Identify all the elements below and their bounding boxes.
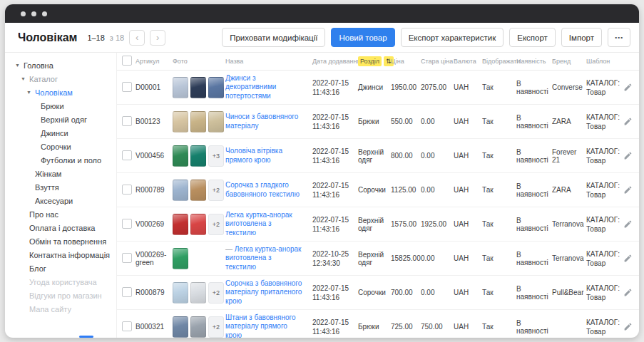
product-photos: +2 <box>173 180 221 201</box>
product-photos: +2 <box>173 316 221 338</box>
edit-pencil-icon[interactable] <box>623 288 633 297</box>
more-photos-badge[interactable]: +3 <box>208 145 224 167</box>
column-header-category[interactable]: Розділ⇅ <box>358 58 391 65</box>
sidebar-item[interactable]: ▼Головна <box>15 58 116 72</box>
row-checkbox[interactable] <box>122 185 132 195</box>
more-actions-button[interactable]: ⋯ <box>608 28 630 47</box>
column-header-sku[interactable]: Артикул <box>136 58 173 65</box>
prev-page-button[interactable]: ‹ <box>129 30 145 46</box>
column-header-price[interactable]: Ціна <box>391 58 421 65</box>
sidebar-item[interactable]: Про нас <box>15 207 116 221</box>
caret-down-icon[interactable]: ▼ <box>15 63 21 68</box>
row-checkbox[interactable] <box>122 116 132 126</box>
caret-down-icon[interactable]: ▼ <box>26 90 32 95</box>
product-name-link[interactable]: Чоловіча вітрівка прямого крою <box>225 147 282 163</box>
more-photos-badge[interactable]: +2 <box>208 214 224 235</box>
row-checkbox[interactable] <box>122 287 132 297</box>
product-name-link[interactable]: Джинси з декоративними потертостями <box>225 74 276 99</box>
window-control-icon[interactable] <box>31 11 36 16</box>
more-photos-badge[interactable]: +2 <box>208 282 224 304</box>
column-header-photo[interactable]: Фото <box>173 58 225 65</box>
product-name-link[interactable]: Штани з бавовняного матеріалу прямого кр… <box>225 314 296 338</box>
hide-modifications-button[interactable]: Приховати модифікації <box>222 28 325 47</box>
row-checkbox[interactable] <box>122 253 132 263</box>
product-photos: +2 <box>173 214 221 235</box>
row-checkbox[interactable] <box>122 321 132 331</box>
delete-trash-icon[interactable] <box>638 185 639 195</box>
currency-cell: UAH <box>454 118 482 125</box>
column-header-currency[interactable]: Валюта <box>454 58 482 65</box>
product-name-link[interactable]: Сорочка з гладкого бавовняного текстилю <box>225 181 300 197</box>
sidebar-item[interactable]: Контактна інформація <box>15 248 116 261</box>
date-cell: 2022-07-1511:43:16 <box>312 147 358 165</box>
delete-trash-icon[interactable] <box>638 219 639 229</box>
sidebar-item[interactable]: Обмін та повернення <box>15 234 116 248</box>
sidebar-item[interactable]: Взуття <box>15 180 116 194</box>
edit-pencil-icon[interactable] <box>623 83 633 92</box>
brand-cell: ZARA <box>552 118 586 125</box>
delete-trash-icon[interactable] <box>638 117 639 126</box>
sidebar-item[interactable]: Аксесуари <box>15 194 116 207</box>
select-all-checkbox[interactable] <box>122 56 132 66</box>
row-actions <box>623 117 639 126</box>
row-checkbox[interactable] <box>122 219 132 229</box>
delete-trash-icon[interactable] <box>638 151 639 160</box>
delete-trash-icon[interactable] <box>638 83 639 92</box>
column-header-visible[interactable]: Відображати <box>482 58 516 65</box>
availability-cell: В наявності <box>516 114 552 130</box>
sidebar-item[interactable]: Мапа сайту <box>15 302 116 316</box>
sidebar-item[interactable]: ▼Каталог <box>15 72 116 86</box>
column-header-availability[interactable]: Наявність <box>516 58 552 65</box>
column-header-date[interactable]: Дата додавання <box>312 58 358 65</box>
delete-trash-icon[interactable] <box>638 254 639 263</box>
export-button[interactable]: Експорт <box>509 28 556 47</box>
edit-pencil-icon[interactable] <box>623 151 633 160</box>
brand-cell: Terranova <box>552 220 586 228</box>
edit-pencil-icon[interactable] <box>623 322 633 331</box>
more-photos-badge[interactable]: +2 <box>208 180 224 201</box>
delete-trash-icon[interactable] <box>638 322 639 331</box>
edit-pencil-icon[interactable] <box>623 219 633 229</box>
column-header-old-price[interactable]: Стара ціна <box>421 58 454 65</box>
sidebar-item[interactable]: Сорочки <box>15 140 116 153</box>
sidebar-item[interactable]: Угода користувача <box>15 275 116 289</box>
edit-pencil-icon[interactable] <box>623 185 633 195</box>
name-cell: Сорочка з гладкого бавовняного текстилю <box>225 181 312 198</box>
sidebar-item[interactable]: Джинси <box>15 126 116 140</box>
sidebar-item[interactable]: Брюки <box>15 99 116 113</box>
next-page-button[interactable]: › <box>150 30 165 46</box>
column-header-name[interactable]: Назва <box>225 58 312 65</box>
window-control-icon[interactable] <box>42 11 47 16</box>
edit-pencil-icon[interactable] <box>623 117 633 126</box>
product-name-link[interactable]: Чиноси з бавовняного матеріалу <box>225 113 298 129</box>
photo-cell <box>173 111 225 133</box>
delete-trash-icon[interactable] <box>638 288 639 297</box>
sidebar-item[interactable]: Оплата і доставка <box>15 221 116 234</box>
sidebar-item-label: Верхній одяг <box>41 115 87 124</box>
export-characteristics-button[interactable]: Експорт характеристик <box>401 28 504 47</box>
horizontal-scrollbar-thumb[interactable] <box>79 336 93 338</box>
sidebar-item[interactable]: Футболки и поло <box>15 153 116 167</box>
date-value: 2022-07-15 <box>312 284 354 293</box>
product-name-link[interactable]: Сорочка з бавовняного матеріалу притален… <box>225 279 302 304</box>
date-value: 2022-07-15 <box>312 215 354 224</box>
import-button[interactable]: Імпорт <box>561 28 602 47</box>
sidebar-item[interactable]: Блог <box>15 261 116 275</box>
caret-down-icon[interactable]: ▼ <box>21 76 26 81</box>
page-title: Чоловікам <box>18 31 77 44</box>
product-name-link[interactable]: Легка куртка-анорак виготовлена з тексти… <box>225 245 301 270</box>
sidebar-item[interactable]: Верхній одяг <box>15 113 116 126</box>
sidebar-item[interactable]: Відгуки про магазин <box>15 289 116 302</box>
new-product-button[interactable]: Новий товар <box>331 28 394 47</box>
column-header-template[interactable]: Шаблон <box>586 58 623 65</box>
more-photos-badge[interactable]: +2 <box>208 316 224 338</box>
column-header-brand[interactable]: Бренд <box>552 58 586 65</box>
row-checkbox[interactable] <box>122 150 132 160</box>
sidebar-item[interactable]: ▼Чоловікам <box>15 86 116 99</box>
photo-cell <box>173 77 225 98</box>
edit-pencil-icon[interactable] <box>623 254 633 263</box>
window-control-icon[interactable] <box>21 11 26 16</box>
row-checkbox[interactable] <box>122 82 132 92</box>
product-name-link[interactable]: Легка куртка-анорак виготовлена з тексти… <box>225 211 292 236</box>
sidebar-item[interactable]: Жінкам <box>15 167 116 180</box>
